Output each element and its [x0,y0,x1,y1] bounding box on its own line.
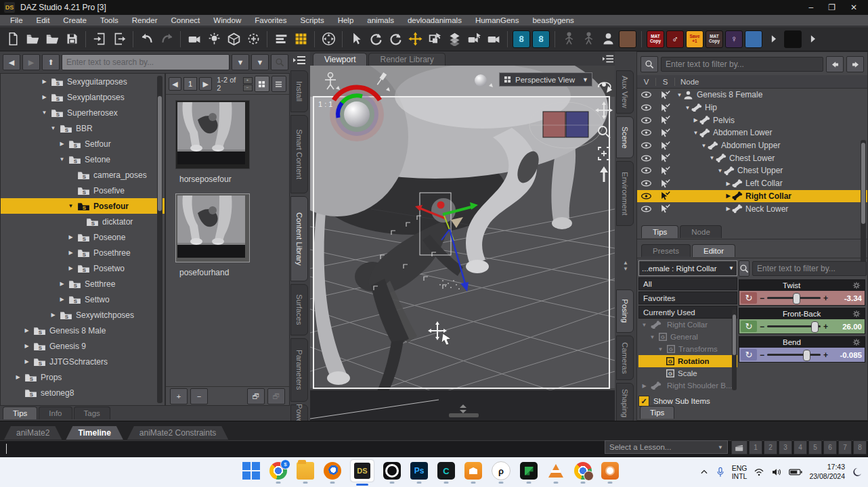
redo-icon[interactable] [158,30,175,48]
dock-tab-install[interactable]: Install [290,70,308,112]
node-expand-arrow[interactable]: ▼ [676,92,682,98]
figure-a-icon[interactable] [560,30,578,48]
content-tree-item[interactable]: ▶SSetfour [1,136,165,152]
menu-tools[interactable]: Tools [94,16,125,25]
tree-expand-arrow[interactable]: ▶ [15,374,21,380]
save-icon[interactable] [63,30,81,48]
selectable-cursor-icon[interactable] [655,141,674,150]
scene-filter-search-button[interactable] [641,56,658,72]
param-group-transforms[interactable]: ▼GTransforms [638,343,737,355]
content-tree-item[interactable]: ▼SPosefour [1,198,165,214]
tree-expand-arrow[interactable]: ▼ [41,110,47,116]
menu-favorites[interactable]: Favorites [248,16,292,25]
rotate-tool-icon[interactable] [387,30,404,48]
clock[interactable]: 17:4323/08/2024 [809,463,845,481]
create-light-icon[interactable] [205,30,223,48]
language-indicator[interactable]: ENGINTL [732,464,747,480]
slider-plus[interactable]: + [823,350,829,360]
scene-prev-button[interactable] [826,56,844,72]
search-dropdown-2[interactable]: ▼ [251,54,269,70]
tree-expand-arrow[interactable]: ▶ [59,296,65,302]
dock-tab-parameters[interactable]: Parameters [290,338,308,402]
dock-splitter-arrows[interactable]: ▲▼ [617,260,634,272]
menu-help[interactable]: Help [332,16,360,25]
scene-node-row[interactable]: ▶Left Collar [637,177,867,190]
content-tab-info[interactable]: Info [39,407,72,419]
selectable-cursor-icon[interactable] [655,103,674,112]
param-group-all[interactable]: All [638,277,737,290]
visibility-eye-icon[interactable] [637,166,655,175]
parameter-slider-row[interactable]: ↻−+26.00 [739,319,865,333]
toolbar-overflow-icon-2[interactable] [804,30,821,48]
rotate-cycle-icon[interactable]: ↻ [741,292,757,304]
dock-tab-shaping[interactable]: Shaping [616,383,634,423]
lesson-number-6[interactable]: 6 [823,440,837,455]
content-tree-item[interactable]: ▶SSexywitchposes [1,307,165,323]
content-tree-item[interactable]: ▶SJJTGSchracters [1,354,165,369]
visibility-eye-icon[interactable] [637,103,655,112]
content-tree-item[interactable]: ▶SProps [1,369,165,385]
nav-forward-button[interactable]: ▶ [22,54,40,70]
tree-expand-arrow[interactable]: ▶ [24,343,30,349]
tab-viewport[interactable]: Viewport [313,53,367,66]
mode-tab-presets[interactable]: Presets [641,244,691,257]
menu-beastlygens[interactable]: beastlygens [526,16,580,25]
tree-expand-arrow[interactable]: ▶ [50,312,56,318]
dock-tab-surfaces[interactable]: Surfaces [290,284,308,335]
dock-tab-environment[interactable]: Environment [616,161,634,226]
selectable-cursor-icon[interactable] [655,154,674,162]
green-app-icon[interactable] [520,462,538,480]
tree-expand-arrow[interactable]: ▶ [41,94,47,100]
vlc-icon[interactable] [547,462,565,480]
selectable-cursor-icon[interactable] [655,204,674,213]
visibility-eye-icon[interactable] [637,141,655,149]
toolbar-overflow-icon[interactable] [764,30,782,48]
param-group-rotation[interactable]: GRotation [638,355,737,367]
viewport-nav-icon[interactable] [320,30,337,48]
node-expand-arrow[interactable]: ▶ [693,117,699,123]
close-button[interactable]: ✕ [850,3,857,12]
selectable-cursor-icon[interactable] [655,129,674,137]
search-input[interactable] [62,54,230,70]
info-tab-node[interactable]: Node [680,225,722,238]
save-plus-icon[interactable]: Save +1 [686,30,703,48]
tray-chevron-icon[interactable] [699,467,709,477]
mat-copy-dark-icon[interactable]: MAT Copy [706,30,723,48]
battery-icon[interactable] [789,468,802,476]
tree-expand-arrow[interactable]: ▶ [41,78,47,85]
dock-tab-cameras[interactable]: Cameras [616,335,634,380]
genesis8-female-icon[interactable]: 8 [513,30,530,48]
tree-expand-arrow[interactable]: ▶ [24,327,30,333]
chrome-profile-icon[interactable] [574,462,592,480]
box-app-icon[interactable] [464,462,482,480]
tree-expand-arrow[interactable]: ▶ [68,250,74,256]
node-expand-arrow[interactable]: ▼ [685,105,691,111]
visibility-eye-icon[interactable] [637,129,655,137]
tree-expand-arrow[interactable]: ▶ [59,141,65,147]
surface-tool-icon[interactable] [446,30,463,48]
nav-up-button[interactable]: ⬆ [42,54,60,70]
slider-minus[interactable]: − [759,294,765,303]
page-prev-button[interactable]: ◀ [169,77,181,91]
node-expand-arrow[interactable]: ▼ [709,155,715,161]
groups-scrollbar[interactable] [732,309,737,390]
file-explorer-icon[interactable] [297,462,314,480]
search-go-button[interactable] [271,54,288,70]
node-expand-arrow[interactable]: ▶ [725,181,731,187]
slider-minus[interactable]: − [759,350,765,360]
mat-copy-red-icon[interactable]: MAT Copy [647,30,664,48]
info-tab-tips[interactable]: Tips [641,225,678,238]
content-tree-item[interactable]: Sdicktator [1,214,165,229]
scene-node-row[interactable]: ▼Abdomen Upper [637,139,867,152]
clapperboard-icon[interactable] [731,440,747,455]
menu-file[interactable]: File [4,16,29,25]
content-tab-tips[interactable]: Tips [3,407,37,419]
zoom-in-thumbs-button[interactable]: + [170,388,188,404]
slider-plus[interactable]: + [823,322,829,331]
camera-cursor-icon[interactable] [465,30,483,48]
tree-expand-arrow[interactable]: ▼ [50,125,56,131]
menu-create[interactable]: Create [57,16,93,25]
content-tree-item[interactable]: ▶SGenesis 8 Male [1,323,165,338]
selectable-cursor-icon[interactable] [655,166,674,175]
node-expand-arrow[interactable]: ▼ [701,143,707,149]
